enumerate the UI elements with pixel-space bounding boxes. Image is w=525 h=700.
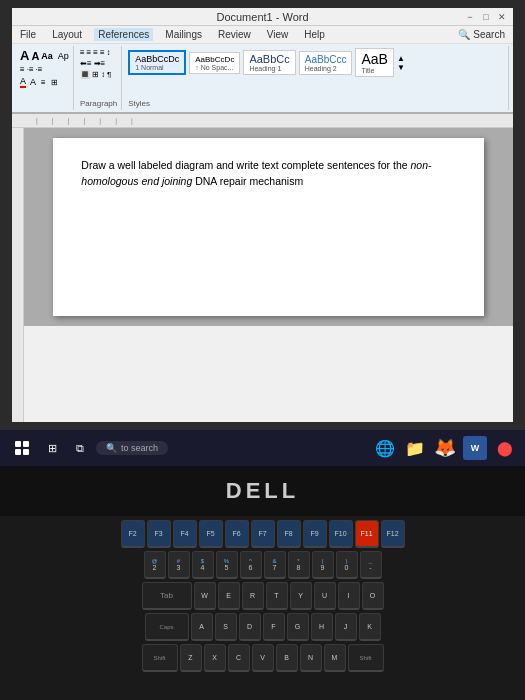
key-w[interactable]: W bbox=[194, 582, 216, 610]
menu-review[interactable]: Review bbox=[214, 28, 255, 41]
styles-scroll[interactable]: ▲ ▼ bbox=[397, 54, 405, 72]
style-title[interactable]: AaB Title bbox=[355, 48, 393, 77]
key-f[interactable]: F bbox=[263, 613, 285, 641]
menu-references[interactable]: References bbox=[94, 28, 153, 41]
key-f3[interactable]: F3 bbox=[147, 520, 171, 548]
menu-view[interactable]: View bbox=[263, 28, 293, 41]
ruler: | | | | | | | bbox=[12, 114, 513, 128]
bottom-row: Shift Z X C V B N M Shift bbox=[6, 644, 519, 672]
key-minus[interactable]: _- bbox=[360, 551, 382, 579]
key-caps[interactable]: Caps bbox=[145, 613, 189, 641]
key-h[interactable]: H bbox=[311, 613, 333, 641]
key-lparen[interactable]: (9 bbox=[312, 551, 334, 579]
key-f2[interactable]: F2 bbox=[121, 520, 145, 548]
borders-icon: ⊞ bbox=[92, 70, 99, 79]
maximize-button[interactable]: □ bbox=[479, 10, 493, 24]
function-key-row: F2 F3 F4 F5 F6 F7 F8 F9 F10 F11 F12 bbox=[6, 520, 519, 548]
key-s[interactable]: S bbox=[215, 613, 237, 641]
key-x[interactable]: X bbox=[204, 644, 226, 672]
taskbar-extra-icon[interactable]: ⬤ bbox=[493, 436, 517, 460]
menu-mailings[interactable]: Mailings bbox=[161, 28, 206, 41]
key-e[interactable]: E bbox=[218, 582, 240, 610]
taskbar-explorer-icon[interactable]: 📁 bbox=[403, 436, 427, 460]
taskbar-word-icon[interactable]: W bbox=[463, 436, 487, 460]
key-f9[interactable]: F9 bbox=[303, 520, 327, 548]
key-f4[interactable]: F4 bbox=[173, 520, 197, 548]
key-n[interactable]: N bbox=[300, 644, 322, 672]
close-button[interactable]: ✕ bbox=[495, 10, 509, 24]
font-row-1: A A Aa Ap bbox=[20, 48, 69, 63]
qwerty-row: Tab W E R T Y U I O bbox=[6, 582, 519, 610]
sort-icon: ↕ bbox=[101, 70, 105, 79]
key-j[interactable]: J bbox=[335, 613, 357, 641]
style-heading2[interactable]: AaBbCcc Heading 2 bbox=[299, 51, 353, 75]
align-icons: ⊞ bbox=[51, 78, 58, 87]
key-tab[interactable]: Tab bbox=[142, 582, 192, 610]
font-format-btn[interactable]: Ap bbox=[58, 51, 69, 61]
key-rparen[interactable]: )0 bbox=[336, 551, 358, 579]
key-t[interactable]: T bbox=[266, 582, 288, 610]
key-o[interactable]: O bbox=[362, 582, 384, 610]
key-f11[interactable]: F11 bbox=[355, 520, 379, 548]
key-hash[interactable]: #3 bbox=[168, 551, 190, 579]
menu-file[interactable]: File bbox=[16, 28, 40, 41]
styles-label: Styles bbox=[128, 99, 504, 108]
menu-layout[interactable]: Layout bbox=[48, 28, 86, 41]
indent-icon: ·≡ bbox=[36, 65, 43, 74]
key-caret[interactable]: ^6 bbox=[240, 551, 262, 579]
taskbar-app-icon[interactable]: 🦊 bbox=[433, 436, 457, 460]
taskbar-multitask-icon[interactable]: ⧉ bbox=[68, 436, 92, 460]
style-normal-preview: AaBbCcDc bbox=[135, 54, 179, 64]
align-center-icon: ≡ bbox=[87, 48, 92, 57]
minimize-button[interactable]: − bbox=[463, 10, 477, 24]
start-button[interactable] bbox=[8, 434, 36, 462]
menu-help[interactable]: Help bbox=[300, 28, 329, 41]
taskbar-search-icon[interactable]: ⊞ bbox=[40, 436, 64, 460]
key-f8[interactable]: F8 bbox=[277, 520, 301, 548]
style-nospacing[interactable]: AaBbCcDc ↑ No Spac... bbox=[189, 52, 240, 74]
dell-logo-text: DELL bbox=[226, 478, 299, 504]
key-shift-right[interactable]: Shift bbox=[348, 644, 384, 672]
key-f5[interactable]: F5 bbox=[199, 520, 223, 548]
style-nospac-label: ↑ No Spac... bbox=[195, 64, 234, 71]
align-right-icon: ≡ bbox=[93, 48, 98, 57]
style-h2-label: Heading 2 bbox=[305, 65, 347, 72]
key-percent[interactable]: %5 bbox=[216, 551, 238, 579]
key-c[interactable]: C bbox=[228, 644, 250, 672]
key-b[interactable]: B bbox=[276, 644, 298, 672]
key-r[interactable]: R bbox=[242, 582, 264, 610]
key-dollar[interactable]: $4 bbox=[192, 551, 214, 579]
key-v[interactable]: V bbox=[252, 644, 274, 672]
style-heading1[interactable]: AaBbCc Heading 1 bbox=[243, 50, 295, 75]
title-bar: Document1 - Word − □ ✕ bbox=[12, 8, 513, 26]
list-icon: ·≡ bbox=[27, 65, 34, 74]
style-normal[interactable]: AaBbCcDc 1 Normal bbox=[128, 50, 186, 75]
key-f7[interactable]: F7 bbox=[251, 520, 275, 548]
key-d[interactable]: D bbox=[239, 613, 261, 641]
key-a[interactable]: A bbox=[191, 613, 213, 641]
key-asterisk[interactable]: *8 bbox=[288, 551, 310, 579]
menu-search[interactable]: 🔍 Search bbox=[454, 28, 509, 41]
key-i[interactable]: I bbox=[338, 582, 360, 610]
laptop-screen: Document1 - Word − □ ✕ File Layout Refer… bbox=[0, 0, 525, 430]
style-nospac-preview: AaBbCcDc bbox=[195, 55, 234, 64]
key-m[interactable]: M bbox=[324, 644, 346, 672]
key-at[interactable]: @2 bbox=[144, 551, 166, 579]
document-page[interactable]: Draw a well labeled diagram and write te… bbox=[53, 138, 483, 316]
windows-logo bbox=[15, 441, 29, 455]
key-f6[interactable]: F6 bbox=[225, 520, 249, 548]
bold-icon: ≡ bbox=[20, 65, 25, 74]
key-z[interactable]: Z bbox=[180, 644, 202, 672]
taskbar-edge-icon[interactable]: 🌐 bbox=[373, 436, 397, 460]
font-size-med: A bbox=[31, 50, 39, 62]
font-size-large: A bbox=[20, 48, 29, 63]
key-f12[interactable]: F12 bbox=[381, 520, 405, 548]
key-shift-left[interactable]: Shift bbox=[142, 644, 178, 672]
key-g[interactable]: G bbox=[287, 613, 309, 641]
taskbar-search-box[interactable]: 🔍 to search bbox=[96, 441, 168, 455]
key-f10[interactable]: F10 bbox=[329, 520, 353, 548]
key-u[interactable]: U bbox=[314, 582, 336, 610]
key-y[interactable]: Y bbox=[290, 582, 312, 610]
key-k[interactable]: K bbox=[359, 613, 381, 641]
key-ampersand[interactable]: &7 bbox=[264, 551, 286, 579]
